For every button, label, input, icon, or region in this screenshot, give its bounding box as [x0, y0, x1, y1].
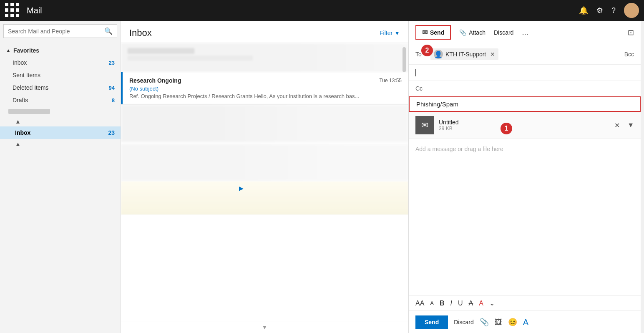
recipient-remove-button[interactable]: ✕: [490, 51, 495, 58]
message-area[interactable]: Add a message or drag a file here: [409, 139, 641, 295]
font-size-small-button[interactable]: A: [430, 300, 434, 306]
topbar: Mail 🔔 ⚙ ?: [0, 0, 644, 21]
step-badge-2: 2: [421, 45, 433, 56]
chevron-down-icon: ▼: [262, 324, 268, 330]
subject-input[interactable]: [416, 101, 633, 108]
cursor: [415, 69, 416, 76]
search-box[interactable]: 🔍: [3, 24, 117, 38]
chevron-down-icon: ▼: [394, 30, 400, 36]
font-size-large-button[interactable]: AA: [415, 300, 424, 307]
email-item-blurred-2: [121, 105, 408, 142]
search-icon[interactable]: 🔍: [104, 27, 113, 35]
subject-row: [409, 96, 641, 112]
strikethrough-button[interactable]: A: [469, 300, 473, 307]
email-list: Inbox Filter ▼ Research Ongoing Tue 13:5…: [121, 21, 409, 333]
email-list-scroll-down[interactable]: ▼: [121, 321, 408, 333]
send-button[interactable]: ✉ Send: [415, 25, 451, 40]
unread-indicator: [121, 72, 123, 104]
sidebar-item-sent[interactable]: Sent Items: [0, 69, 121, 81]
compose-body: To 👤 KTH IT-Support ✕ Bcc Cc: [409, 44, 641, 333]
compose-toolbar: ✉ Send 📎 Attach Discard ... ⊡: [409, 21, 641, 44]
email-list-body: Research Ongoing Tue 13:55 (No subject) …: [121, 43, 408, 321]
avatar[interactable]: [624, 3, 639, 18]
sidebar: 🔍 ▲ Favorites Inbox 23 Sent Items Delete…: [0, 21, 121, 333]
scroll-indicator[interactable]: [402, 47, 406, 72]
formatting-more-button[interactable]: ⌄: [489, 299, 495, 307]
attach-button[interactable]: 📎 Attach: [459, 29, 486, 36]
sidebar-item-inbox[interactable]: Inbox 23: [0, 56, 121, 69]
discard-button[interactable]: Discard: [494, 29, 513, 36]
attachment-info: Untitled 39 KB: [439, 119, 609, 131]
sidebar-inbox-sub-collapse[interactable]: ▲: [0, 139, 121, 149]
compose-footer: Send Discard 📎 🖼 😊 A: [409, 311, 641, 333]
sidebar-nav: ▲ Favorites Inbox 23 Sent Items Deleted …: [0, 41, 121, 333]
gear-icon[interactable]: ⚙: [596, 6, 603, 15]
to-row: To 👤 KTH IT-Support ✕ Bcc: [409, 44, 641, 65]
footer-image-icon[interactable]: 🖼: [495, 318, 502, 327]
underline-button[interactable]: U: [458, 300, 463, 307]
attachment-expand-button[interactable]: ▼: [627, 121, 634, 129]
formatting-bar: AA A B I U A A: [409, 295, 641, 311]
email-item[interactable]: Research Ongoing Tue 13:55 (No subject) …: [121, 72, 408, 105]
compose-pane: ✉ Send 📎 Attach Discard ... ⊡ To 👤: [409, 21, 641, 333]
send-icon: ✉: [422, 28, 428, 36]
app-title: Mail: [27, 6, 572, 15]
email-item-blurred-3: [121, 144, 408, 182]
email-item-blurred-1: [121, 43, 408, 72]
list-expand-chevron[interactable]: ▶: [239, 185, 244, 192]
footer-attach-icon[interactable]: 📎: [480, 318, 489, 327]
more-options-button[interactable]: ...: [522, 28, 528, 37]
topbar-icons: 🔔 ⚙ ?: [579, 3, 639, 18]
bold-button[interactable]: B: [440, 300, 445, 307]
email-item-header: Research Ongoing Tue 13:55: [129, 77, 402, 84]
email-item-blurred-4: [121, 182, 408, 215]
attachment-row: ✉ Untitled 39 KB ✕ ▼: [409, 112, 641, 139]
compose-scrollbar[interactable]: [641, 21, 644, 333]
sidebar-item-deleted[interactable]: Deleted Items 94: [0, 81, 121, 94]
bcc-button[interactable]: Bcc: [624, 51, 634, 58]
italic-button[interactable]: I: [450, 300, 452, 307]
email-list-title: Inbox: [129, 28, 380, 38]
step-badge-1: 1: [501, 123, 512, 134]
expand-button[interactable]: ⊡: [628, 28, 634, 37]
mail-icon: ✉: [421, 120, 428, 130]
search-input[interactable]: [8, 28, 101, 35]
cc-row[interactable]: Cc: [409, 81, 641, 96]
sidebar-favorites-header[interactable]: ▲ Favorites: [0, 45, 121, 56]
recipient-avatar: 👤: [434, 50, 443, 59]
recipient-name: KTH IT-Support: [445, 51, 486, 58]
sidebar-inbox-active[interactable]: Inbox 23: [0, 126, 121, 139]
attachment-icon: ✉: [415, 116, 434, 134]
recipient-chip: 👤 KTH IT-Support ✕: [430, 48, 498, 60]
chevron-down-icon: ▲: [6, 48, 11, 53]
attachment-remove-button[interactable]: ✕: [614, 121, 620, 129]
main-area: 🔍 ▲ Favorites Inbox 23 Sent Items Delete…: [0, 21, 644, 333]
help-icon[interactable]: ?: [611, 6, 616, 15]
sidebar-item-drafts[interactable]: Drafts 8: [0, 94, 121, 106]
filter-button[interactable]: Filter ▼: [380, 30, 400, 36]
paperclip-icon: 📎: [459, 29, 466, 36]
sidebar-section2-header[interactable]: [0, 106, 121, 116]
bell-icon[interactable]: 🔔: [579, 6, 588, 15]
footer-send-button[interactable]: Send: [415, 315, 448, 329]
cursor-row: [409, 65, 641, 81]
email-list-header: Inbox Filter ▼: [121, 21, 408, 43]
app-launcher-button[interactable]: [5, 3, 20, 18]
footer-discard-button[interactable]: Discard: [454, 319, 473, 325]
sidebar-inbox-collapse[interactable]: ▲: [0, 116, 121, 126]
footer-emoji-icon[interactable]: 😊: [508, 318, 517, 327]
footer-format-icon[interactable]: A: [523, 318, 528, 327]
font-color-button[interactable]: A: [479, 300, 483, 307]
